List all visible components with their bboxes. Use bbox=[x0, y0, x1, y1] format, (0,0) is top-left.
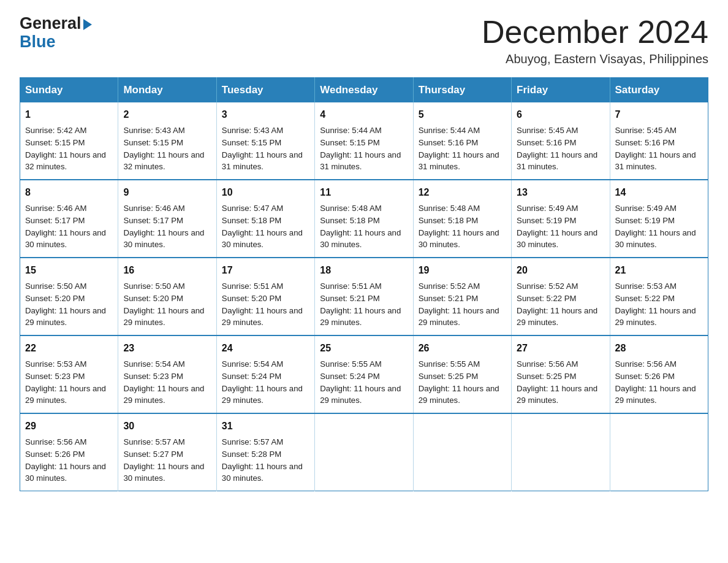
calendar-cell: 25Sunrise: 5:55 AMSunset: 5:24 PMDayligh… bbox=[315, 335, 413, 413]
header-saturday: Saturday bbox=[610, 78, 708, 103]
week-row-5: 29Sunrise: 5:56 AMSunset: 5:26 PMDayligh… bbox=[20, 413, 708, 491]
day-number: 25 bbox=[320, 341, 408, 356]
title-block: December 2024 Abuyog, Eastern Visayas, P… bbox=[482, 15, 708, 66]
calendar-cell: 19Sunrise: 5:52 AMSunset: 5:21 PMDayligh… bbox=[413, 258, 511, 335]
day-info: Sunrise: 5:47 AMSunset: 5:18 PMDaylight:… bbox=[222, 202, 309, 251]
logo: General Blue bbox=[20, 15, 92, 51]
day-number: 21 bbox=[615, 263, 703, 278]
day-number: 16 bbox=[123, 263, 211, 278]
day-number: 7 bbox=[615, 107, 703, 123]
calendar-cell: 27Sunrise: 5:56 AMSunset: 5:25 PMDayligh… bbox=[512, 335, 610, 413]
calendar-cell: 5Sunrise: 5:44 AMSunset: 5:16 PMDaylight… bbox=[413, 102, 511, 180]
day-info: Sunrise: 5:48 AMSunset: 5:18 PMDaylight:… bbox=[419, 202, 506, 251]
day-number: 14 bbox=[615, 185, 703, 201]
calendar-cell: 20Sunrise: 5:52 AMSunset: 5:22 PMDayligh… bbox=[512, 258, 610, 335]
week-row-2: 8Sunrise: 5:46 AMSunset: 5:17 PMDaylight… bbox=[20, 180, 708, 258]
day-number: 2 bbox=[123, 107, 211, 123]
day-number: 31 bbox=[222, 419, 309, 434]
calendar-cell: 1Sunrise: 5:42 AMSunset: 5:15 PMDaylight… bbox=[20, 102, 118, 180]
day-info: Sunrise: 5:48 AMSunset: 5:18 PMDaylight:… bbox=[320, 202, 408, 251]
week-row-4: 22Sunrise: 5:53 AMSunset: 5:23 PMDayligh… bbox=[20, 335, 708, 413]
day-number: 8 bbox=[25, 185, 113, 201]
calendar-cell: 4Sunrise: 5:44 AMSunset: 5:15 PMDaylight… bbox=[315, 102, 413, 180]
day-number: 9 bbox=[123, 185, 211, 201]
calendar-cell: 26Sunrise: 5:55 AMSunset: 5:25 PMDayligh… bbox=[413, 335, 511, 413]
day-info: Sunrise: 5:53 AMSunset: 5:22 PMDaylight:… bbox=[615, 280, 703, 329]
day-info: Sunrise: 5:42 AMSunset: 5:15 PMDaylight:… bbox=[25, 124, 113, 173]
day-number: 30 bbox=[123, 419, 211, 434]
day-number: 11 bbox=[320, 185, 408, 201]
header-thursday: Thursday bbox=[413, 78, 511, 103]
day-number: 12 bbox=[419, 185, 506, 201]
calendar-cell bbox=[413, 413, 511, 491]
calendar-cell bbox=[315, 413, 413, 491]
calendar-cell: 13Sunrise: 5:49 AMSunset: 5:19 PMDayligh… bbox=[512, 180, 610, 258]
calendar-cell: 17Sunrise: 5:51 AMSunset: 5:20 PMDayligh… bbox=[216, 258, 314, 335]
day-info: Sunrise: 5:55 AMSunset: 5:24 PMDaylight:… bbox=[320, 358, 408, 407]
logo-arrow-icon bbox=[83, 19, 92, 30]
day-number: 15 bbox=[25, 263, 113, 278]
day-number: 4 bbox=[320, 107, 408, 123]
calendar-cell: 31Sunrise: 5:57 AMSunset: 5:28 PMDayligh… bbox=[216, 413, 314, 491]
header-sunday: Sunday bbox=[20, 78, 118, 103]
day-info: Sunrise: 5:51 AMSunset: 5:21 PMDaylight:… bbox=[320, 280, 408, 329]
day-number: 23 bbox=[123, 341, 211, 356]
calendar-table: SundayMondayTuesdayWednesdayThursdayFrid… bbox=[20, 77, 708, 491]
calendar-cell bbox=[610, 413, 708, 491]
day-number: 20 bbox=[517, 263, 604, 278]
calendar-cell: 30Sunrise: 5:57 AMSunset: 5:27 PMDayligh… bbox=[118, 413, 216, 491]
calendar-cell: 29Sunrise: 5:56 AMSunset: 5:26 PMDayligh… bbox=[20, 413, 118, 491]
day-info: Sunrise: 5:46 AMSunset: 5:17 PMDaylight:… bbox=[123, 202, 211, 251]
day-info: Sunrise: 5:54 AMSunset: 5:23 PMDaylight:… bbox=[123, 358, 211, 407]
day-info: Sunrise: 5:45 AMSunset: 5:16 PMDaylight:… bbox=[615, 124, 703, 173]
day-info: Sunrise: 5:50 AMSunset: 5:20 PMDaylight:… bbox=[123, 280, 211, 329]
day-info: Sunrise: 5:55 AMSunset: 5:25 PMDaylight:… bbox=[419, 358, 506, 407]
day-info: Sunrise: 5:52 AMSunset: 5:21 PMDaylight:… bbox=[419, 280, 506, 329]
day-info: Sunrise: 5:50 AMSunset: 5:20 PMDaylight:… bbox=[25, 280, 113, 329]
day-info: Sunrise: 5:44 AMSunset: 5:16 PMDaylight:… bbox=[419, 124, 506, 173]
calendar-cell: 10Sunrise: 5:47 AMSunset: 5:18 PMDayligh… bbox=[216, 180, 314, 258]
day-number: 5 bbox=[419, 107, 506, 123]
calendar-cell: 22Sunrise: 5:53 AMSunset: 5:23 PMDayligh… bbox=[20, 335, 118, 413]
day-number: 26 bbox=[419, 341, 506, 356]
calendar-cell: 28Sunrise: 5:56 AMSunset: 5:26 PMDayligh… bbox=[610, 335, 708, 413]
page-subtitle: Abuyog, Eastern Visayas, Philippines bbox=[482, 52, 708, 66]
week-row-1: 1Sunrise: 5:42 AMSunset: 5:15 PMDaylight… bbox=[20, 102, 708, 180]
calendar-cell: 21Sunrise: 5:53 AMSunset: 5:22 PMDayligh… bbox=[610, 258, 708, 335]
day-number: 10 bbox=[222, 185, 309, 201]
day-info: Sunrise: 5:44 AMSunset: 5:15 PMDaylight:… bbox=[320, 124, 408, 173]
calendar-cell: 23Sunrise: 5:54 AMSunset: 5:23 PMDayligh… bbox=[118, 335, 216, 413]
day-info: Sunrise: 5:46 AMSunset: 5:17 PMDaylight:… bbox=[25, 202, 113, 251]
day-info: Sunrise: 5:53 AMSunset: 5:23 PMDaylight:… bbox=[25, 358, 113, 407]
day-info: Sunrise: 5:43 AMSunset: 5:15 PMDaylight:… bbox=[222, 124, 309, 173]
header-friday: Friday bbox=[512, 78, 610, 103]
calendar-cell: 11Sunrise: 5:48 AMSunset: 5:18 PMDayligh… bbox=[315, 180, 413, 258]
header-tuesday: Tuesday bbox=[216, 78, 314, 103]
logo-general-text: General bbox=[20, 15, 82, 33]
calendar-cell: 7Sunrise: 5:45 AMSunset: 5:16 PMDaylight… bbox=[610, 102, 708, 180]
day-info: Sunrise: 5:57 AMSunset: 5:27 PMDaylight:… bbox=[123, 436, 211, 484]
calendar-cell: 15Sunrise: 5:50 AMSunset: 5:20 PMDayligh… bbox=[20, 258, 118, 335]
logo-blue-text: Blue bbox=[20, 33, 92, 52]
day-info: Sunrise: 5:56 AMSunset: 5:25 PMDaylight:… bbox=[517, 358, 604, 407]
calendar-cell: 18Sunrise: 5:51 AMSunset: 5:21 PMDayligh… bbox=[315, 258, 413, 335]
day-number: 1 bbox=[25, 107, 113, 123]
calendar-cell: 3Sunrise: 5:43 AMSunset: 5:15 PMDaylight… bbox=[216, 102, 314, 180]
day-number: 6 bbox=[517, 107, 604, 123]
day-number: 28 bbox=[615, 341, 703, 356]
day-info: Sunrise: 5:52 AMSunset: 5:22 PMDaylight:… bbox=[517, 280, 604, 329]
day-number: 17 bbox=[222, 263, 309, 278]
day-info: Sunrise: 5:49 AMSunset: 5:19 PMDaylight:… bbox=[615, 202, 703, 251]
day-number: 19 bbox=[419, 263, 506, 278]
calendar-cell: 16Sunrise: 5:50 AMSunset: 5:20 PMDayligh… bbox=[118, 258, 216, 335]
day-info: Sunrise: 5:56 AMSunset: 5:26 PMDaylight:… bbox=[25, 436, 113, 484]
day-number: 3 bbox=[222, 107, 309, 123]
calendar-cell: 14Sunrise: 5:49 AMSunset: 5:19 PMDayligh… bbox=[610, 180, 708, 258]
page-header: General Blue December 2024 Abuyog, Easte… bbox=[20, 15, 708, 66]
day-info: Sunrise: 5:56 AMSunset: 5:26 PMDaylight:… bbox=[615, 358, 703, 407]
day-info: Sunrise: 5:49 AMSunset: 5:19 PMDaylight:… bbox=[517, 202, 604, 251]
day-info: Sunrise: 5:54 AMSunset: 5:24 PMDaylight:… bbox=[222, 358, 309, 407]
page-title: December 2024 bbox=[482, 15, 708, 50]
day-number: 18 bbox=[320, 263, 408, 278]
day-info: Sunrise: 5:51 AMSunset: 5:20 PMDaylight:… bbox=[222, 280, 309, 329]
